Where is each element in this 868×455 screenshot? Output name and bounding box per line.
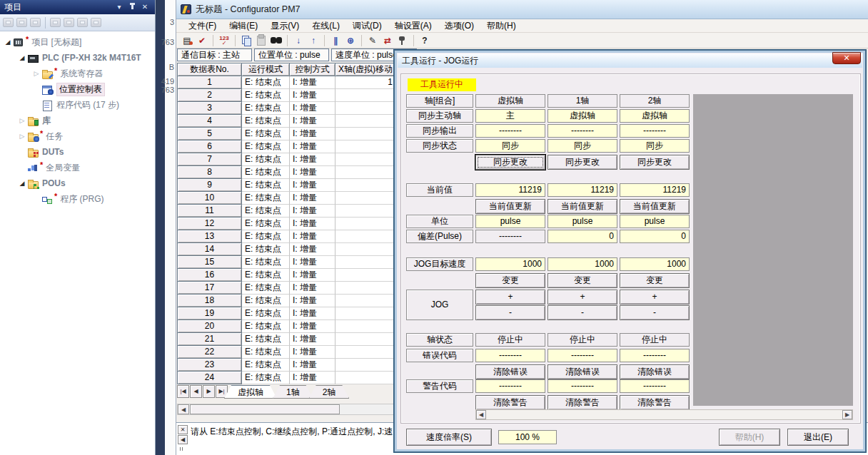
control-method-cell[interactable]: I: 增量 bbox=[290, 192, 335, 205]
help-icon[interactable]: ? bbox=[418, 34, 431, 46]
dialog-close-button[interactable]: ✕ bbox=[832, 52, 861, 64]
operation-mode-cell[interactable]: E: 结束点 bbox=[242, 295, 290, 307]
expanded-arrow-icon[interactable]: ◢ bbox=[17, 180, 27, 187]
row-number-cell[interactable]: 22 bbox=[178, 346, 242, 359]
control-method-cell[interactable]: I: 增量 bbox=[290, 295, 335, 307]
control-method-cell[interactable]: I: 增量 bbox=[290, 179, 335, 192]
row-number-cell[interactable]: 24 bbox=[178, 372, 242, 384]
x-axis-value-cell[interactable] bbox=[335, 295, 396, 307]
x-axis-value-cell[interactable] bbox=[335, 372, 396, 384]
tree-item-library[interactable]: ▷ 库 bbox=[0, 113, 155, 128]
jog-plus-button[interactable]: + bbox=[475, 290, 545, 305]
library-icon[interactable] bbox=[64, 18, 74, 27]
upload-from-plc-icon[interactable]: ↑ bbox=[307, 34, 320, 46]
panel-pin-icon[interactable] bbox=[126, 2, 138, 12]
menu-view[interactable]: 显示(V) bbox=[264, 19, 306, 32]
jog-minus-button[interactable]: - bbox=[620, 305, 690, 320]
col-header-no[interactable]: 数据表No. bbox=[178, 63, 242, 76]
operation-mode-cell[interactable]: E: 结束点 bbox=[242, 320, 290, 333]
operation-mode-cell[interactable]: E: 结束点 bbox=[242, 166, 290, 179]
new-table-icon[interactable]: ▤ bbox=[181, 34, 193, 46]
operation-mode-cell[interactable]: E: 结束点 bbox=[242, 307, 290, 320]
clear-error-button[interactable]: 清除错误 bbox=[475, 364, 545, 379]
tree-item-position-table[interactable]: 位置控制表 bbox=[0, 81, 155, 97]
x-axis-value-cell[interactable] bbox=[335, 307, 396, 320]
operation-mode-cell[interactable]: E: 结束点 bbox=[242, 89, 290, 102]
control-method-cell[interactable]: I: 增量 bbox=[290, 359, 335, 372]
sync-change-button[interactable]: 同步更改 bbox=[620, 155, 690, 170]
panel-close-icon[interactable]: ✕ bbox=[139, 2, 151, 12]
x-axis-value-cell[interactable] bbox=[335, 359, 396, 372]
row-number-cell[interactable]: 4 bbox=[178, 115, 242, 128]
x-axis-value-cell[interactable] bbox=[335, 282, 396, 295]
panel-menu-chevron-icon[interactable]: ▾ bbox=[113, 2, 125, 12]
row-number-cell[interactable]: 18 bbox=[178, 295, 242, 307]
operation-mode-cell[interactable]: E: 结束点 bbox=[242, 179, 290, 192]
tab-prev-icon[interactable]: ◀ bbox=[190, 385, 202, 398]
operation-mode-cell[interactable]: E: 结束点 bbox=[242, 76, 290, 89]
edit-program-icon[interactable]: ✎ bbox=[366, 34, 379, 46]
find-icon[interactable] bbox=[270, 34, 283, 46]
control-method-cell[interactable]: I: 增量 bbox=[290, 218, 335, 230]
collapsed-arrow-icon[interactable]: ▷ bbox=[17, 133, 27, 140]
control-method-cell[interactable]: I: 增量 bbox=[290, 205, 335, 218]
operation-mode-cell[interactable]: E: 结束点 bbox=[242, 128, 290, 140]
operation-mode-cell[interactable]: E: 结束点 bbox=[242, 269, 290, 282]
operation-mode-cell[interactable]: E: 结束点 bbox=[242, 346, 290, 359]
tab-virtual-axis[interactable]: 虚拟轴 bbox=[224, 385, 277, 399]
tab-axis-2[interactable]: 2轴 bbox=[309, 385, 350, 399]
tree-item-pous[interactable]: ◢ POUs bbox=[0, 175, 155, 191]
x-axis-value-cell[interactable] bbox=[335, 140, 396, 153]
row-number-cell[interactable]: 15 bbox=[178, 256, 242, 269]
message-close-icon[interactable]: ✕ bbox=[178, 425, 188, 434]
tree-item-duts[interactable]: DUTs bbox=[0, 144, 155, 160]
clear-warning-button[interactable]: 清除警告 bbox=[547, 395, 617, 410]
x-axis-value-cell[interactable]: 1 bbox=[335, 76, 396, 89]
tab-next-icon[interactable]: ▶ bbox=[203, 385, 215, 398]
paste-icon[interactable] bbox=[255, 34, 268, 46]
start-stop-icon[interactable]: ∥ bbox=[329, 34, 342, 46]
current-value-update-button[interactable]: 当前值更新 bbox=[547, 199, 617, 214]
row-number-cell[interactable]: 7 bbox=[178, 153, 242, 166]
x-axis-value-cell[interactable] bbox=[335, 333, 396, 346]
message-scroll-left-icon[interactable]: ◀ bbox=[178, 435, 188, 444]
scrollbar-thumb[interactable] bbox=[190, 404, 340, 414]
row-number-cell[interactable]: 23 bbox=[178, 359, 242, 372]
control-method-cell[interactable]: I: 增量 bbox=[290, 128, 335, 140]
clear-error-button[interactable]: 清除错误 bbox=[547, 364, 617, 379]
tree-item-program-code[interactable]: 程序代码 (17 步) bbox=[0, 97, 155, 113]
dialog-titlebar[interactable]: 工具运行 - JOG运行 bbox=[398, 53, 862, 68]
current-value-update-button[interactable]: 当前值更新 bbox=[620, 199, 690, 214]
control-method-cell[interactable]: I: 增量 bbox=[290, 166, 335, 179]
operation-mode-cell[interactable]: E: 结束点 bbox=[242, 256, 290, 269]
operation-mode-cell[interactable]: E: 结束点 bbox=[242, 372, 290, 384]
control-method-cell[interactable]: I: 增量 bbox=[290, 76, 335, 89]
control-method-cell[interactable]: I: 增量 bbox=[290, 282, 335, 295]
row-number-cell[interactable]: 10 bbox=[178, 192, 242, 205]
control-method-cell[interactable]: I: 增量 bbox=[290, 307, 335, 320]
x-axis-value-cell[interactable] bbox=[335, 166, 396, 179]
clear-warning-button[interactable]: 清除警告 bbox=[475, 395, 545, 410]
menu-options[interactable]: 选项(O) bbox=[438, 19, 480, 32]
x-axis-value-cell[interactable] bbox=[335, 218, 396, 230]
x-axis-value-cell[interactable] bbox=[335, 269, 396, 282]
control-method-cell[interactable]: I: 增量 bbox=[290, 372, 335, 384]
operation-mode-cell[interactable]: E: 结束点 bbox=[242, 115, 290, 128]
exit-button[interactable]: 退出(E) bbox=[787, 429, 849, 446]
collapsed-arrow-icon[interactable]: ▷ bbox=[17, 117, 27, 124]
jog-minus-button[interactable]: - bbox=[547, 305, 617, 320]
row-number-cell[interactable]: 19 bbox=[178, 307, 242, 320]
control-method-cell[interactable]: I: 增量 bbox=[290, 256, 335, 269]
row-number-cell[interactable]: 14 bbox=[178, 243, 242, 256]
x-axis-value-cell[interactable] bbox=[335, 320, 396, 333]
operation-mode-cell[interactable]: E: 结束点 bbox=[242, 282, 290, 295]
control-method-cell[interactable]: I: 增量 bbox=[290, 230, 335, 243]
menu-axis-settings[interactable]: 轴设置(A) bbox=[388, 19, 438, 32]
tab-axis-1[interactable]: 1轴 bbox=[273, 385, 313, 399]
control-method-cell[interactable]: I: 增量 bbox=[290, 346, 335, 359]
menu-debug[interactable]: 调试(D) bbox=[346, 19, 388, 32]
row-number-cell[interactable]: 1 bbox=[178, 76, 242, 89]
add-dut-icon[interactable] bbox=[16, 18, 27, 27]
operation-mode-cell[interactable]: E: 结束点 bbox=[242, 230, 290, 243]
dialog-horizontal-scrollbar[interactable]: ◀ ▶ bbox=[475, 409, 853, 420]
